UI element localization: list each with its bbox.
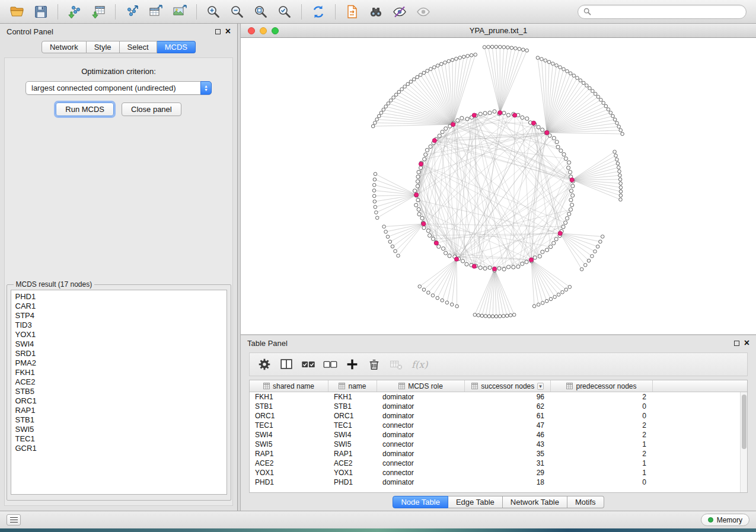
tab-node-table[interactable]: Node Table (393, 496, 448, 508)
cell-mcds-role: connector (377, 421, 465, 430)
task-history-button[interactable] (7, 514, 21, 525)
tab-select[interactable]: Select (120, 41, 157, 53)
open-session-button[interactable] (6, 2, 28, 22)
cell-mcds-role: connector (377, 469, 465, 477)
mcds-result-item[interactable]: SWI5 (11, 425, 227, 434)
zoom-in-button[interactable] (202, 2, 225, 22)
zoom-out-button[interactable] (226, 2, 248, 22)
hide-details-button[interactable] (388, 2, 411, 22)
table-row[interactable]: STB1STB1dominator620 (250, 402, 740, 411)
network-window-title: YPA_prune.txt_1 (241, 26, 756, 35)
export-image-icon (172, 4, 187, 20)
column-header-name[interactable]: name (328, 380, 377, 392)
import-table-button[interactable] (87, 2, 110, 22)
node-table: shared name name MCDS role successo (249, 380, 748, 493)
table-row[interactable]: TEC1TEC1connector472 (250, 421, 740, 430)
mcds-result-item[interactable]: STB1 (11, 415, 227, 425)
mcds-result-item[interactable]: FKH1 (11, 368, 227, 377)
export-network-button[interactable] (121, 2, 143, 22)
tab-style[interactable]: Style (87, 41, 120, 53)
mcds-result-item[interactable]: TEC1 (11, 434, 227, 444)
float-panel-icon[interactable] (734, 341, 739, 346)
create-column-button[interactable] (342, 355, 362, 374)
deselect-all-button[interactable] (320, 355, 340, 374)
cell-name: STB1 (328, 402, 377, 411)
search-input[interactable] (595, 8, 741, 16)
float-panel-icon[interactable] (215, 29, 221, 34)
toolbar-separator (335, 4, 336, 20)
mcds-result-item[interactable]: GCR1 (11, 444, 227, 453)
search-field[interactable] (578, 5, 747, 19)
mcds-result-item[interactable]: YOX1 (11, 330, 227, 339)
close-panel-icon[interactable]: × (744, 339, 749, 347)
table-row[interactable]: RAP1RAP1dominator352 (250, 449, 740, 459)
delete-column-button[interactable] (364, 355, 384, 374)
table-scrollbar-thumb[interactable] (742, 395, 747, 449)
column-header-shared-name[interactable]: shared name (250, 380, 328, 392)
mcds-result-item[interactable]: PMA2 (11, 358, 227, 368)
column-header-predecessor-nodes[interactable]: predecessor nodes (551, 380, 653, 392)
cell-successor-nodes: 46 (465, 431, 551, 439)
run-mcds-button[interactable]: Run MCDS (56, 102, 114, 116)
mcds-result-list[interactable]: PHD1 CAR1 STP4 TID3 YOX1 SWI4 SRD1 PMA2 … (11, 290, 227, 495)
zoom-selected-button[interactable] (273, 2, 296, 22)
cell-shared-name: TEC1 (250, 421, 328, 430)
tab-network[interactable]: Network (42, 41, 87, 53)
minimize-window-button[interactable] (260, 27, 267, 34)
cell-shared-name: ORC1 (250, 412, 328, 420)
mcds-result-item[interactable]: ORC1 (11, 396, 227, 406)
apply-layout-button[interactable] (307, 2, 330, 22)
table-row[interactable]: YOX1YOX1connector291 (250, 468, 740, 477)
mcds-result-item[interactable]: PHD1 (11, 292, 227, 302)
table-row[interactable]: PHD1PHD1dominator180 (250, 477, 740, 487)
search-network-button[interactable] (365, 2, 387, 22)
table-header-row: shared name name MCDS role successo (250, 380, 747, 392)
tab-edge-table[interactable]: Edge Table (448, 496, 503, 508)
mcds-result-item[interactable]: SWI4 (11, 339, 227, 349)
show-columns-button[interactable] (276, 355, 296, 374)
mcds-result-item[interactable]: CAR1 (11, 302, 227, 311)
mcds-result-item[interactable]: ACE2 (11, 377, 227, 387)
table-scrollbar[interactable] (740, 392, 747, 492)
table-row[interactable]: SWI4SWI4dominator462 (250, 430, 740, 440)
network-window-titlebar[interactable]: YPA_prune.txt_1 (241, 24, 756, 38)
tab-network-table[interactable]: Network Table (503, 496, 567, 508)
export-table-button[interactable] (145, 2, 167, 22)
export-document-button[interactable] (341, 2, 363, 22)
cell-predecessor-nodes: 1 (551, 459, 653, 467)
show-details-button[interactable] (412, 2, 435, 22)
mcds-result-item[interactable]: STP4 (11, 311, 227, 321)
criterion-dropdown[interactable]: largest connected component (undirected)… (25, 81, 212, 95)
tab-mcds[interactable]: MCDS (157, 41, 196, 53)
sort-menu-caret[interactable]: ▾ (537, 383, 544, 390)
column-header-successor-nodes[interactable]: successor nodes ▾ (465, 380, 551, 392)
export-image-button[interactable] (168, 2, 191, 22)
mcds-result-item[interactable]: RAP1 (11, 406, 227, 415)
table-row[interactable]: ACE2ACE2connector311 (250, 459, 740, 468)
maximize-window-button[interactable] (272, 27, 279, 34)
mcds-result-item[interactable]: TID3 (11, 321, 227, 330)
column-type-icon (566, 383, 573, 389)
table-row[interactable]: ORC1ORC1dominator610 (250, 411, 740, 421)
network-graph[interactable] (241, 38, 755, 333)
table-row[interactable]: SWI5SWI5connector431 (250, 440, 740, 449)
cell-name: YOX1 (328, 469, 377, 477)
search-icon (583, 8, 591, 15)
tab-motifs[interactable]: Motifs (567, 496, 604, 508)
table-settings-button[interactable] (254, 355, 275, 374)
column-header-mcds-role[interactable]: MCDS role (377, 380, 465, 392)
memory-button[interactable]: Memory (701, 514, 749, 526)
select-all-button[interactable] (298, 355, 318, 374)
network-canvas[interactable] (241, 38, 756, 334)
close-window-button[interactable] (248, 27, 255, 34)
cell-predecessor-nodes: 2 (551, 450, 653, 458)
table-row[interactable]: FKH1FKH1dominator962 (250, 392, 740, 402)
mcds-result-item[interactable]: STB5 (11, 387, 227, 396)
zoom-fit-button[interactable] (250, 2, 272, 22)
import-network-button[interactable] (63, 2, 86, 22)
toolbar-separator (196, 4, 197, 20)
mcds-result-item[interactable]: SRD1 (11, 349, 227, 358)
save-session-button[interactable] (30, 2, 52, 22)
close-panel-icon[interactable]: × (225, 27, 231, 36)
close-panel-button[interactable]: Close panel (122, 102, 181, 116)
